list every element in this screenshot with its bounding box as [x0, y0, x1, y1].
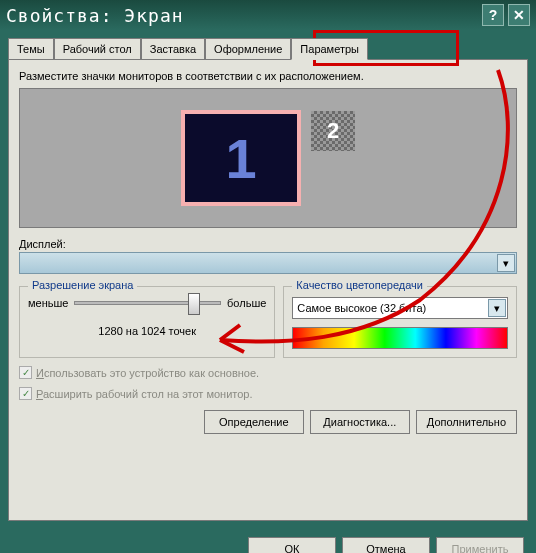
primary-device-label: Использовать это устройство как основное…: [36, 367, 259, 379]
slider-thumb[interactable]: [188, 293, 200, 315]
color-quality-value: Самое высокое (32 бита): [297, 302, 426, 314]
chevron-down-icon[interactable]: ▾: [497, 254, 515, 272]
color-quality-combo[interactable]: Самое высокое (32 бита) ▾: [292, 297, 508, 319]
close-button[interactable]: ✕: [508, 4, 530, 26]
slider-more-label: больше: [227, 297, 266, 309]
primary-device-row: ✓ Использовать это устройство как основн…: [19, 366, 517, 379]
ok-button[interactable]: ОК: [248, 537, 336, 553]
color-quality-group: Качество цветопередачи Самое высокое (32…: [283, 286, 517, 358]
primary-device-checkbox: ✓: [19, 366, 32, 379]
apply-button: Применить: [436, 537, 524, 553]
window-title: Свойства: Экран: [6, 5, 478, 26]
chevron-down-icon[interactable]: ▾: [488, 299, 506, 317]
display-combo[interactable]: ▾: [19, 252, 517, 274]
help-button[interactable]: ?: [482, 4, 504, 26]
instruction-text: Разместите значки мониторов в соответств…: [19, 70, 517, 82]
settings-panel: Разместите значки мониторов в соответств…: [8, 59, 528, 521]
advanced-button[interactable]: Дополнительно: [416, 410, 517, 434]
identify-button[interactable]: Определение: [204, 410, 304, 434]
monitor-1-label: 1: [225, 126, 256, 191]
tab-appearance[interactable]: Оформление: [205, 38, 291, 59]
titlebar: Свойства: Экран ? ✕: [0, 0, 536, 30]
extend-desktop-row: ✓ Расширить рабочий стол на этот монитор…: [19, 387, 517, 400]
color-spectrum: [292, 327, 508, 349]
tab-themes[interactable]: Темы: [8, 38, 54, 59]
monitor-arrangement[interactable]: 1 2: [19, 88, 517, 228]
diagnostics-button[interactable]: Диагностика...: [310, 410, 410, 434]
tab-row: Темы Рабочий стол Заставка Оформление Па…: [8, 38, 528, 59]
monitor-2[interactable]: 2: [311, 111, 355, 151]
resolution-text: 1280 на 1024 точек: [28, 325, 266, 337]
tab-settings[interactable]: Параметры: [291, 38, 368, 60]
tab-screensaver[interactable]: Заставка: [141, 38, 205, 59]
resolution-legend: Разрешение экрана: [28, 279, 137, 291]
tab-desktop[interactable]: Рабочий стол: [54, 38, 141, 59]
color-quality-legend: Качество цветопередачи: [292, 279, 427, 291]
extend-desktop-label: Расширить рабочий стол на этот монитор.: [36, 388, 253, 400]
display-label: Дисплей:: [19, 238, 517, 250]
resolution-slider[interactable]: [74, 301, 221, 305]
resolution-group: Разрешение экрана меньше больше 1280 на …: [19, 286, 275, 358]
dialog-buttons: ОК Отмена Применить: [0, 529, 536, 553]
monitor-2-label: 2: [327, 118, 339, 144]
slider-less-label: меньше: [28, 297, 68, 309]
monitor-1[interactable]: 1: [181, 110, 301, 206]
cancel-button[interactable]: Отмена: [342, 537, 430, 553]
extend-desktop-checkbox: ✓: [19, 387, 32, 400]
